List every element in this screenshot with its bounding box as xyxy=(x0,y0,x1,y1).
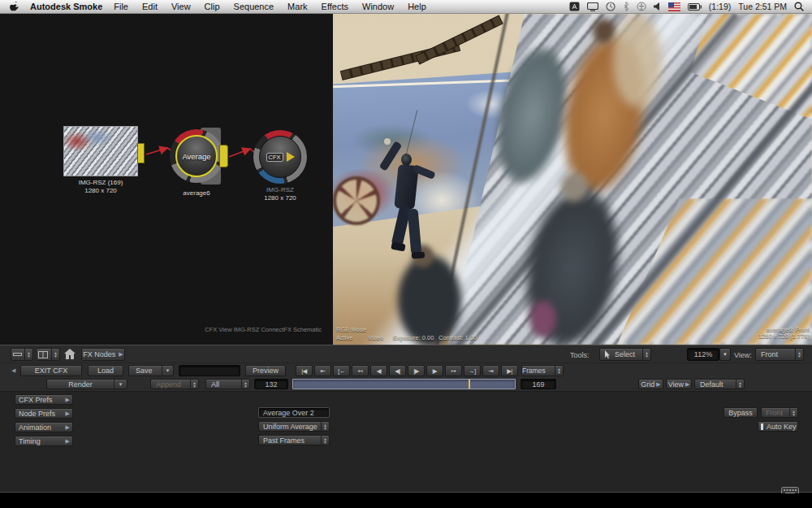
play-reverse-button[interactable]: ◀ xyxy=(370,365,387,376)
bluetooth-tray-icon[interactable] xyxy=(623,2,629,11)
average-output-tab[interactable] xyxy=(219,145,228,167)
past-frames-dropdown[interactable]: Past Frames ▲▼ xyxy=(258,435,330,445)
default-preset-dropdown[interactable]: Default ▲▼ xyxy=(694,379,745,389)
exit-cfx-button[interactable]: EXIT CFX xyxy=(20,365,82,376)
accessibility-tray-icon[interactable] xyxy=(637,2,646,11)
chevron-right-icon: ▶ xyxy=(685,381,689,388)
figure-shoe-left xyxy=(391,242,405,252)
go-to-out-button[interactable]: →] xyxy=(464,365,481,376)
timing-button[interactable]: Timing ▶ xyxy=(15,436,73,446)
viewer-exposure-overlay: Exposure: 0.00 xyxy=(393,334,434,341)
source-output-tab[interactable] xyxy=(137,143,145,163)
grid-menu-button[interactable]: Grid▶ xyxy=(638,379,663,389)
zoom-dropdown-button[interactable]: ▼ xyxy=(719,348,731,361)
auto-key-label: Auto Key xyxy=(767,423,797,431)
jump-back-button[interactable]: ↤ xyxy=(352,365,369,376)
timing-label: Timing xyxy=(19,437,41,445)
chevron-down-icon: ▼ xyxy=(723,352,728,357)
single-pane-icon xyxy=(13,351,22,358)
average-over-value: Average Over 2 xyxy=(263,409,314,417)
split-view-stepper[interactable]: ▲▼ xyxy=(36,348,60,361)
frames-units-dropdown[interactable]: Frames ▲▼ xyxy=(521,365,564,376)
menu-window[interactable]: Window xyxy=(362,2,394,11)
next-keyframe-button[interactable]: ⇥ xyxy=(482,365,499,376)
go-to-in-button[interactable]: [← xyxy=(333,365,350,376)
two-pane-icon xyxy=(38,351,48,358)
bypass-button[interactable]: Bypass xyxy=(723,407,758,418)
preview-label: Preview xyxy=(253,367,279,375)
battery-tray-icon[interactable] xyxy=(688,3,702,11)
menu-sequence[interactable]: Sequence xyxy=(234,2,274,11)
app-tray-icon[interactable] xyxy=(569,2,580,11)
img-rsz-source-node[interactable] xyxy=(63,126,138,176)
jump-forward-button[interactable]: ↦ xyxy=(445,365,462,376)
menu-view[interactable]: View xyxy=(171,2,191,11)
input-language-flag-icon[interactable] xyxy=(668,2,680,11)
fx-nodes-label: FX Nodes xyxy=(83,350,115,358)
start-frame-field[interactable]: 132 xyxy=(254,379,288,389)
collapse-left-icon[interactable]: ◀ xyxy=(11,367,15,374)
cfx-node[interactable]: CFX xyxy=(259,136,301,178)
go-to-start-button[interactable]: |◀ xyxy=(296,365,313,376)
timeline-playhead[interactable] xyxy=(469,380,470,389)
apple-menu-icon[interactable] xyxy=(10,2,19,12)
menu-edit[interactable]: Edit xyxy=(142,2,158,11)
step-forward-icon: |▶ xyxy=(413,367,419,375)
volume-tray-icon[interactable] xyxy=(654,2,661,11)
source-node-label: IMG-RSZ (169) xyxy=(79,179,123,186)
setup-name-input[interactable] xyxy=(179,365,240,376)
render-button[interactable]: Render ▼ xyxy=(46,379,127,389)
tool-select-dropdown[interactable]: Select ▲▼ xyxy=(599,348,651,361)
end-frame-field[interactable]: 169 xyxy=(520,379,556,389)
view-front-value: Front xyxy=(761,350,778,358)
view-front-dropdown[interactable]: Front ▲▼ xyxy=(755,348,804,361)
menu-mark[interactable]: Mark xyxy=(287,2,307,11)
node-prefs-button[interactable]: Node Prefs ▶ xyxy=(15,408,73,419)
uniform-average-dropdown[interactable]: Uniform Average ▲▼ xyxy=(258,421,330,432)
main-viewport: IMG-RSZ (169) 1280 x 720 Average average… xyxy=(0,14,812,345)
render-label: Render xyxy=(68,380,93,389)
append-dropdown[interactable]: Append ▲▼ xyxy=(150,379,199,389)
save-dropdown-icon[interactable]: ▼ xyxy=(162,366,173,376)
chevron-right-icon: ▶ xyxy=(66,410,70,417)
previous-keyframe-icon: ⇤ xyxy=(321,367,326,375)
menu-help[interactable]: Help xyxy=(408,2,426,11)
menu-clip[interactable]: Clip xyxy=(205,2,220,11)
range-all-dropdown[interactable]: All ▲▼ xyxy=(205,379,250,389)
chevron-right-icon: ▶ xyxy=(66,424,70,431)
connectfx-schematic[interactable]: IMG-RSZ (169) 1280 x 720 Average average… xyxy=(0,14,333,345)
home-icon[interactable] xyxy=(64,349,76,359)
layout-preset-stepper[interactable]: ▲▼ xyxy=(11,348,33,361)
step-back-button[interactable]: ◀| xyxy=(389,365,406,376)
grid-menu-label: Grid xyxy=(641,380,654,389)
average-node[interactable]: Average xyxy=(175,135,218,177)
auto-key-button[interactable]: Auto Key xyxy=(758,421,798,432)
load-button[interactable]: Load xyxy=(88,365,123,376)
append-label: Append xyxy=(156,380,181,389)
cursor-icon xyxy=(604,350,611,358)
view-menu-button[interactable]: View▶ xyxy=(666,379,692,389)
spotlight-search-icon[interactable] xyxy=(794,2,804,11)
fx-nodes-button[interactable]: FX Nodes ▶ xyxy=(81,348,125,361)
average-over-field[interactable]: Average Over 2 xyxy=(258,407,330,418)
time-machine-tray-icon[interactable] xyxy=(606,2,615,11)
save-button[interactable]: Save ▼ xyxy=(128,365,174,376)
animation-button[interactable]: Animation ▶ xyxy=(15,422,73,432)
zoom-level-field[interactable]: 112% xyxy=(687,348,719,361)
render-dropdown-icon[interactable]: ▼ xyxy=(114,380,127,389)
zoom-level-value: 112% xyxy=(694,350,712,358)
previous-keyframe-button[interactable]: ⇤ xyxy=(314,365,331,376)
play-button[interactable]: ▶ xyxy=(426,365,443,376)
timeline-bar[interactable] xyxy=(292,379,516,389)
step-forward-button[interactable]: |▶ xyxy=(408,365,425,376)
menu-file[interactable]: File xyxy=(114,2,128,11)
display-tray-icon[interactable] xyxy=(587,2,598,11)
menubar-clock[interactable]: Tue 2:51 PM xyxy=(738,2,787,11)
preview-button[interactable]: Preview xyxy=(245,365,286,376)
go-to-end-button[interactable]: ▶| xyxy=(501,365,518,376)
app-menu-title[interactable]: Autodesk Smoke xyxy=(30,2,102,11)
video-viewer[interactable]: RGB Mode Active Video Exposure: 0.00 Con… xyxy=(333,14,812,345)
menu-effects[interactable]: Effects xyxy=(322,2,348,11)
cfx-prefs-button[interactable]: CFX Prefs ▶ xyxy=(15,394,73,405)
front-dropdown-disabled[interactable]: Front ▲▼ xyxy=(761,407,798,418)
